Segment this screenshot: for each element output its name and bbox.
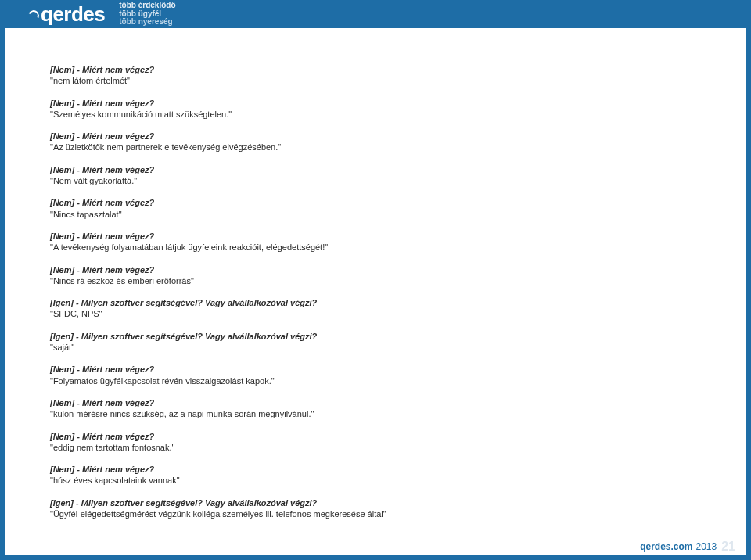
qa-question: [Nem] - Miért nem végez? xyxy=(50,164,701,175)
footer: qerdes.com 2013 21 xyxy=(5,538,746,555)
qa-block: [Igen] - Milyen szoftver segítségével? V… xyxy=(50,497,701,520)
qa-question: [Nem] - Miért nem végez? xyxy=(50,364,701,375)
qa-answer: "Nem vált gyakorlattá." xyxy=(50,175,701,186)
qa-question: [Igen] - Milyen szoftver segítségével? V… xyxy=(50,497,701,508)
qa-block: [Nem] - Miért nem végez? "Az üzletkötők … xyxy=(50,131,701,153)
qa-answer: "Nincs rá eszköz és emberi erőforrás" xyxy=(50,275,701,286)
qa-question: [Igen] - Milyen szoftver segítségével? V… xyxy=(50,331,701,342)
qa-answer: "nem látom értelmét" xyxy=(50,75,701,86)
brand-logo: qerdes xyxy=(28,2,105,27)
page-frame: qerdes több érdeklődő több ügyfél több n… xyxy=(0,0,751,560)
qa-block: [Nem] - Miért nem végez? "nem látom érte… xyxy=(50,64,701,87)
qa-answer: "SFDC, NPS" xyxy=(50,308,701,319)
qa-answer: "Az üzletkötők nem partnerek e tevékenys… xyxy=(50,142,701,153)
qa-question: [Nem] - Miért nem végez? xyxy=(50,197,701,208)
qa-answer: "húsz éves kapcsolataink vannak" xyxy=(50,475,701,486)
header-band: qerdes több érdeklődő több ügyfél több n… xyxy=(5,0,746,28)
tagline-box: több érdeklődő több ügyfél több nyereség xyxy=(119,2,175,27)
qa-question: [Igen] - Milyen szoftver segítségével? V… xyxy=(50,297,701,308)
qa-answer: "Ügyfél-elégedettségmérést végzünk kollé… xyxy=(50,508,701,519)
footer-year: 2013 xyxy=(696,541,717,552)
qa-block: [Nem] - Miért nem végez? "Nem vált gyako… xyxy=(50,164,701,187)
qa-block: [Nem] - Miért nem végez? "húsz éves kapc… xyxy=(50,464,701,486)
qa-answer: "A tevékenység folyamatában látjuk ügyfe… xyxy=(50,242,701,253)
qa-block: [Nem] - Miért nem végez? "eddig nem tart… xyxy=(50,431,701,454)
qa-question: [Nem] - Miért nem végez? xyxy=(50,464,701,475)
qa-question: [Nem] - Miért nem végez? xyxy=(50,64,701,75)
qa-question: [Nem] - Miért nem végez? xyxy=(50,431,701,442)
qa-question: [Nem] - Miért nem végez? xyxy=(50,231,701,242)
qa-block: [Nem] - Miért nem végez? "Folyamatos ügy… xyxy=(50,364,701,386)
qa-question: [Nem] - Miért nem végez? xyxy=(50,131,701,142)
qa-block: [Igen] - Milyen szoftver segítségével? V… xyxy=(50,297,701,320)
qa-answer: "Nincs tapasztalat" xyxy=(50,209,701,220)
qa-answer: "Személyes kommunikáció miatt szükségtel… xyxy=(50,109,701,120)
qa-answer: "Folyamatos ügyfélkapcsolat révén vissza… xyxy=(50,375,701,386)
qa-answer: "saját" xyxy=(50,342,701,353)
qa-block: [Nem] - Miért nem végez? "A tevékenység … xyxy=(50,231,701,253)
brand-name: qerdes xyxy=(41,2,105,27)
qa-block: [Igen] - Milyen szoftver segítségével? V… xyxy=(50,331,701,354)
qa-block: [Nem] - Miért nem végez? "külön mérésre … xyxy=(50,397,701,420)
qa-block: [Nem] - Miért nem végez? "Nincs tapaszta… xyxy=(50,197,701,220)
logo-arc-icon xyxy=(27,9,41,23)
qa-question: [Nem] - Miért nem végez? xyxy=(50,98,701,109)
footer-page-number: 21 xyxy=(721,540,735,554)
tagline-line-3: több nyereség xyxy=(119,18,175,27)
qa-block: [Nem] - Miért nem végez? "Személyes komm… xyxy=(50,98,701,120)
qa-answer: "eddig nem tartottam fontosnak." xyxy=(50,442,701,453)
qa-block: [Nem] - Miért nem végez? "Nincs rá eszkö… xyxy=(50,264,701,287)
qa-answer: "külön mérésre nincs szükség, az a napi … xyxy=(50,408,701,419)
content-area: [Nem] - Miért nem végez? "nem látom érte… xyxy=(5,34,746,537)
qa-question: [Nem] - Miért nem végez? xyxy=(50,397,701,408)
footer-brand: qerdes.com xyxy=(640,541,692,552)
footer-text: qerdes.com 2013 xyxy=(640,541,717,552)
qa-question: [Nem] - Miért nem végez? xyxy=(50,264,701,275)
